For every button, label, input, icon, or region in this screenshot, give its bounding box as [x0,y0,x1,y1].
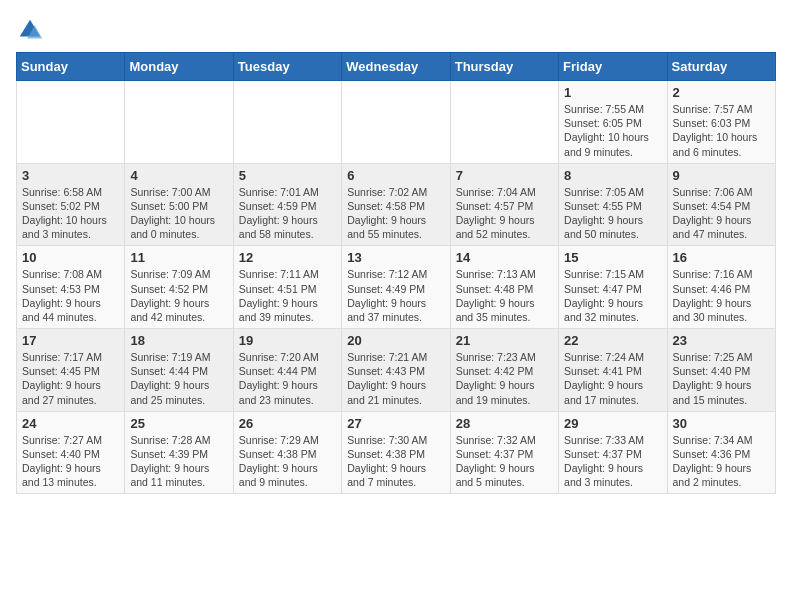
day-cell: 8Sunrise: 7:05 AM Sunset: 4:55 PM Daylig… [559,163,667,246]
day-number: 22 [564,333,661,348]
day-info: Sunrise: 7:29 AM Sunset: 4:38 PM Dayligh… [239,433,336,490]
day-number: 20 [347,333,444,348]
day-number: 12 [239,250,336,265]
day-number: 4 [130,168,227,183]
day-cell [125,81,233,164]
day-info: Sunrise: 7:27 AM Sunset: 4:40 PM Dayligh… [22,433,119,490]
day-cell: 4Sunrise: 7:00 AM Sunset: 5:00 PM Daylig… [125,163,233,246]
day-cell: 3Sunrise: 6:58 AM Sunset: 5:02 PM Daylig… [17,163,125,246]
day-cell: 24Sunrise: 7:27 AM Sunset: 4:40 PM Dayli… [17,411,125,494]
day-info: Sunrise: 7:30 AM Sunset: 4:38 PM Dayligh… [347,433,444,490]
logo [16,16,48,44]
day-info: Sunrise: 7:02 AM Sunset: 4:58 PM Dayligh… [347,185,444,242]
day-number: 9 [673,168,770,183]
week-row-1: 1Sunrise: 7:55 AM Sunset: 6:05 PM Daylig… [17,81,776,164]
day-number: 17 [22,333,119,348]
day-number: 6 [347,168,444,183]
day-info: Sunrise: 7:55 AM Sunset: 6:05 PM Dayligh… [564,102,661,159]
day-info: Sunrise: 7:34 AM Sunset: 4:36 PM Dayligh… [673,433,770,490]
day-info: Sunrise: 7:32 AM Sunset: 4:37 PM Dayligh… [456,433,553,490]
day-info: Sunrise: 7:06 AM Sunset: 4:54 PM Dayligh… [673,185,770,242]
day-info: Sunrise: 7:00 AM Sunset: 5:00 PM Dayligh… [130,185,227,242]
week-row-2: 3Sunrise: 6:58 AM Sunset: 5:02 PM Daylig… [17,163,776,246]
day-cell: 23Sunrise: 7:25 AM Sunset: 4:40 PM Dayli… [667,329,775,412]
day-number: 29 [564,416,661,431]
day-cell: 6Sunrise: 7:02 AM Sunset: 4:58 PM Daylig… [342,163,450,246]
day-number: 7 [456,168,553,183]
day-info: Sunrise: 7:13 AM Sunset: 4:48 PM Dayligh… [456,267,553,324]
week-row-3: 10Sunrise: 7:08 AM Sunset: 4:53 PM Dayli… [17,246,776,329]
day-info: Sunrise: 7:11 AM Sunset: 4:51 PM Dayligh… [239,267,336,324]
day-cell: 16Sunrise: 7:16 AM Sunset: 4:46 PM Dayli… [667,246,775,329]
day-number: 30 [673,416,770,431]
day-number: 25 [130,416,227,431]
week-row-4: 17Sunrise: 7:17 AM Sunset: 4:45 PM Dayli… [17,329,776,412]
day-cell: 26Sunrise: 7:29 AM Sunset: 4:38 PM Dayli… [233,411,341,494]
logo-icon [16,16,44,44]
day-cell: 19Sunrise: 7:20 AM Sunset: 4:44 PM Dayli… [233,329,341,412]
day-cell [17,81,125,164]
day-number: 18 [130,333,227,348]
week-row-5: 24Sunrise: 7:27 AM Sunset: 4:40 PM Dayli… [17,411,776,494]
day-cell: 11Sunrise: 7:09 AM Sunset: 4:52 PM Dayli… [125,246,233,329]
page-header [16,16,776,44]
day-info: Sunrise: 7:19 AM Sunset: 4:44 PM Dayligh… [130,350,227,407]
day-info: Sunrise: 6:58 AM Sunset: 5:02 PM Dayligh… [22,185,119,242]
day-number: 23 [673,333,770,348]
day-cell: 1Sunrise: 7:55 AM Sunset: 6:05 PM Daylig… [559,81,667,164]
day-number: 2 [673,85,770,100]
calendar: SundayMondayTuesdayWednesdayThursdayFrid… [16,52,776,494]
day-number: 11 [130,250,227,265]
day-cell: 9Sunrise: 7:06 AM Sunset: 4:54 PM Daylig… [667,163,775,246]
day-cell [450,81,558,164]
col-header-tuesday: Tuesday [233,53,341,81]
day-number: 5 [239,168,336,183]
day-number: 10 [22,250,119,265]
day-cell: 30Sunrise: 7:34 AM Sunset: 4:36 PM Dayli… [667,411,775,494]
day-number: 16 [673,250,770,265]
day-cell: 17Sunrise: 7:17 AM Sunset: 4:45 PM Dayli… [17,329,125,412]
day-info: Sunrise: 7:08 AM Sunset: 4:53 PM Dayligh… [22,267,119,324]
day-info: Sunrise: 7:12 AM Sunset: 4:49 PM Dayligh… [347,267,444,324]
day-info: Sunrise: 7:23 AM Sunset: 4:42 PM Dayligh… [456,350,553,407]
day-cell: 22Sunrise: 7:24 AM Sunset: 4:41 PM Dayli… [559,329,667,412]
day-cell: 20Sunrise: 7:21 AM Sunset: 4:43 PM Dayli… [342,329,450,412]
calendar-header-row: SundayMondayTuesdayWednesdayThursdayFrid… [17,53,776,81]
day-cell: 10Sunrise: 7:08 AM Sunset: 4:53 PM Dayli… [17,246,125,329]
day-cell: 7Sunrise: 7:04 AM Sunset: 4:57 PM Daylig… [450,163,558,246]
day-number: 28 [456,416,553,431]
day-info: Sunrise: 7:17 AM Sunset: 4:45 PM Dayligh… [22,350,119,407]
day-info: Sunrise: 7:09 AM Sunset: 4:52 PM Dayligh… [130,267,227,324]
day-cell: 21Sunrise: 7:23 AM Sunset: 4:42 PM Dayli… [450,329,558,412]
day-info: Sunrise: 7:15 AM Sunset: 4:47 PM Dayligh… [564,267,661,324]
day-number: 24 [22,416,119,431]
col-header-saturday: Saturday [667,53,775,81]
day-number: 19 [239,333,336,348]
day-cell: 2Sunrise: 7:57 AM Sunset: 6:03 PM Daylig… [667,81,775,164]
day-cell: 29Sunrise: 7:33 AM Sunset: 4:37 PM Dayli… [559,411,667,494]
day-number: 15 [564,250,661,265]
day-number: 14 [456,250,553,265]
day-info: Sunrise: 7:16 AM Sunset: 4:46 PM Dayligh… [673,267,770,324]
day-number: 21 [456,333,553,348]
day-cell: 25Sunrise: 7:28 AM Sunset: 4:39 PM Dayli… [125,411,233,494]
day-cell: 5Sunrise: 7:01 AM Sunset: 4:59 PM Daylig… [233,163,341,246]
day-number: 1 [564,85,661,100]
day-number: 3 [22,168,119,183]
day-cell: 12Sunrise: 7:11 AM Sunset: 4:51 PM Dayli… [233,246,341,329]
day-info: Sunrise: 7:24 AM Sunset: 4:41 PM Dayligh… [564,350,661,407]
day-cell: 14Sunrise: 7:13 AM Sunset: 4:48 PM Dayli… [450,246,558,329]
day-info: Sunrise: 7:04 AM Sunset: 4:57 PM Dayligh… [456,185,553,242]
day-cell: 27Sunrise: 7:30 AM Sunset: 4:38 PM Dayli… [342,411,450,494]
day-number: 26 [239,416,336,431]
day-info: Sunrise: 7:28 AM Sunset: 4:39 PM Dayligh… [130,433,227,490]
col-header-thursday: Thursday [450,53,558,81]
day-cell [233,81,341,164]
day-cell: 18Sunrise: 7:19 AM Sunset: 4:44 PM Dayli… [125,329,233,412]
day-cell: 13Sunrise: 7:12 AM Sunset: 4:49 PM Dayli… [342,246,450,329]
day-info: Sunrise: 7:20 AM Sunset: 4:44 PM Dayligh… [239,350,336,407]
day-number: 27 [347,416,444,431]
col-header-sunday: Sunday [17,53,125,81]
col-header-wednesday: Wednesday [342,53,450,81]
day-cell: 15Sunrise: 7:15 AM Sunset: 4:47 PM Dayli… [559,246,667,329]
